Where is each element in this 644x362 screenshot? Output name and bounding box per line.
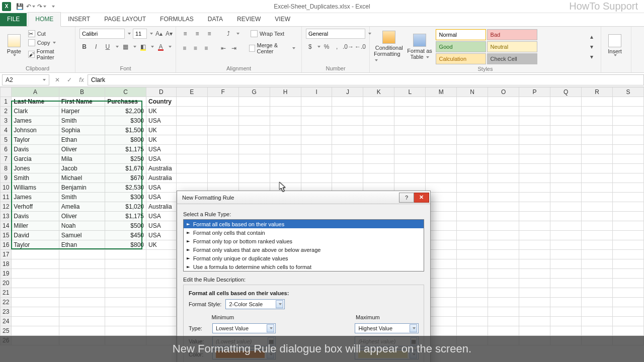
cell[interactable] <box>488 183 519 193</box>
cell[interactable] <box>582 135 613 145</box>
cell[interactable] <box>519 116 550 126</box>
cell[interactable] <box>426 145 457 154</box>
cell[interactable]: $1,175 <box>105 145 146 154</box>
cell[interactable]: Harper <box>59 107 105 116</box>
cell[interactable] <box>550 240 582 250</box>
cell[interactable] <box>363 107 394 116</box>
cell[interactable]: Taylor <box>12 135 59 145</box>
cell[interactable]: USA <box>146 145 176 154</box>
cell[interactable] <box>363 116 394 126</box>
cell[interactable] <box>238 126 270 135</box>
cell[interactable] <box>612 116 643 126</box>
cell[interactable] <box>301 107 332 116</box>
cell[interactable] <box>519 240 550 250</box>
cell[interactable] <box>457 173 488 183</box>
row-header[interactable]: 8 <box>1 164 12 173</box>
cell[interactable] <box>550 212 582 221</box>
cell[interactable]: Country <box>146 97 176 107</box>
cell[interactable] <box>550 231 582 240</box>
cell[interactable] <box>426 135 457 145</box>
cell[interactable] <box>612 269 643 279</box>
cell[interactable] <box>550 173 582 183</box>
cell[interactable]: Amelia <box>59 202 105 212</box>
style-scroll-down-icon[interactable]: ▾ <box>587 42 597 52</box>
cell[interactable] <box>105 307 146 317</box>
cell[interactable] <box>519 202 550 212</box>
cell[interactable] <box>301 173 332 183</box>
cell[interactable] <box>207 154 238 164</box>
cell[interactable] <box>488 269 519 279</box>
cell[interactable] <box>550 221 582 231</box>
cell[interactable] <box>550 298 582 307</box>
style-more-icon[interactable]: ▾ <box>587 52 597 62</box>
cell[interactable] <box>207 145 238 154</box>
cell[interactable] <box>519 231 550 240</box>
cell[interactable] <box>582 107 613 116</box>
cell[interactable] <box>488 221 519 231</box>
cell[interactable]: Australia <box>146 164 176 173</box>
cell[interactable] <box>612 279 643 288</box>
cell[interactable] <box>612 135 643 145</box>
cell[interactable] <box>363 154 394 164</box>
cell[interactable] <box>238 135 270 145</box>
cell[interactable] <box>519 212 550 221</box>
cell[interactable] <box>582 154 613 164</box>
cell[interactable] <box>270 154 301 164</box>
cell[interactable] <box>519 326 550 336</box>
cut-button[interactable]: ✂Cut <box>26 30 71 38</box>
cell[interactable] <box>332 135 363 145</box>
cell[interactable] <box>301 145 332 154</box>
cell[interactable] <box>332 173 363 183</box>
cell[interactable]: Oliver <box>59 145 105 154</box>
cell[interactable] <box>270 97 301 107</box>
cell[interactable] <box>519 145 550 154</box>
row-header[interactable]: 14 <box>1 221 12 231</box>
cell[interactable] <box>457 164 488 173</box>
cell[interactable]: Michael <box>59 173 105 183</box>
rule-type-option[interactable]: ►Format all cells based on their values <box>184 220 424 228</box>
cell[interactable] <box>238 145 270 154</box>
cell[interactable] <box>270 107 301 116</box>
cell[interactable]: Smith <box>59 116 105 126</box>
cell[interactable] <box>550 279 582 288</box>
cell[interactable] <box>363 164 394 173</box>
column-header[interactable]: F <box>207 87 238 97</box>
cell[interactable]: Davis <box>12 145 59 154</box>
number-format-combo[interactable] <box>306 29 365 39</box>
cell[interactable]: $250 <box>105 154 146 164</box>
cell[interactable] <box>105 326 146 336</box>
cell[interactable]: Jacob <box>59 164 105 173</box>
row-header[interactable]: 11 <box>1 193 12 202</box>
cell[interactable] <box>207 116 238 126</box>
cell[interactable] <box>612 164 643 173</box>
cell[interactable] <box>176 164 207 173</box>
cell[interactable] <box>488 193 519 202</box>
align-right-icon[interactable]: ≡ <box>202 43 210 53</box>
cell[interactable] <box>146 298 176 307</box>
max-type-combo[interactable]: Highest Value <box>355 323 419 333</box>
column-header[interactable]: A <box>12 87 59 97</box>
cell[interactable] <box>457 126 488 135</box>
cell[interactable] <box>105 298 146 307</box>
cell[interactable] <box>582 221 613 231</box>
cell[interactable] <box>59 298 105 307</box>
align-center-icon[interactable]: ≡ <box>191 43 199 53</box>
row-header[interactable]: 16 <box>1 240 12 250</box>
cell[interactable]: Ethan <box>59 135 105 145</box>
cell[interactable] <box>176 154 207 164</box>
cell[interactable] <box>332 154 363 164</box>
cell[interactable] <box>519 269 550 279</box>
cell[interactable] <box>488 202 519 212</box>
orientation-icon[interactable]: ⤴ <box>223 29 233 39</box>
cell[interactable]: Verhoff <box>12 202 59 212</box>
cell[interactable] <box>488 173 519 183</box>
cell[interactable] <box>301 164 332 173</box>
cell[interactable]: $2,530 <box>105 183 146 193</box>
cell[interactable]: James <box>12 193 59 202</box>
cell[interactable] <box>488 154 519 164</box>
cell[interactable]: USA <box>146 231 176 240</box>
cell[interactable] <box>457 250 488 259</box>
save-icon[interactable]: 💾 <box>14 1 25 12</box>
cell[interactable] <box>582 279 613 288</box>
cell[interactable] <box>332 126 363 135</box>
